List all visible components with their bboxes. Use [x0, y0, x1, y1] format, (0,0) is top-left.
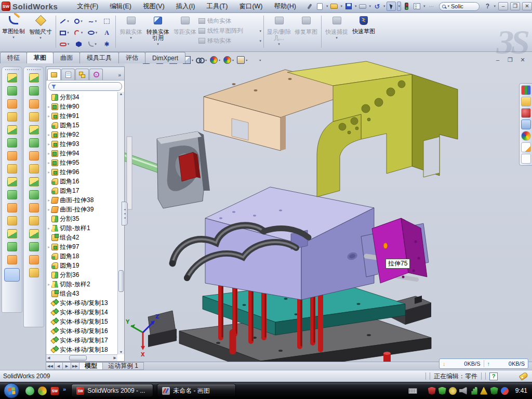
tab-scroll-right-icon[interactable]: ▶ [62, 362, 71, 370]
point-tool[interactable]: ✱ [100, 38, 114, 50]
graphics-viewport[interactable]: Y Z X ▾ ▾ [125, 52, 532, 362]
surface-tool-icon[interactable] [29, 177, 39, 187]
feature-tree-item[interactable]: ▸ 分割34 [46, 92, 117, 102]
save-dropdown[interactable]: ▾ [354, 4, 357, 8]
feature-tree-item[interactable]: ▸ 圆角15 [46, 121, 117, 130]
quicklaunch-launcher-icon[interactable] [38, 387, 47, 395]
tab-featuremanager-tree[interactable] [47, 69, 61, 80]
print-button[interactable] [358, 2, 367, 11]
rectangle-tool[interactable]: ▾ [58, 27, 72, 38]
feature-tool-icon[interactable] [7, 99, 17, 109]
selection-marquee-tool[interactable] [100, 16, 114, 27]
new-file-button[interactable] [315, 2, 325, 11]
scroll-up-icon[interactable]: ▲ [119, 92, 123, 96]
task-pane-tab[interactable] [521, 108, 531, 118]
quick-snaps-button[interactable]: 快速捕捉▾ [323, 13, 350, 41]
ribbon-tab[interactable]: 模具工具 [79, 52, 119, 63]
task-pane-tab[interactable] [521, 142, 531, 152]
security-shield-icon[interactable] [438, 387, 446, 395]
feature-tool-icon[interactable] [7, 112, 17, 122]
expander-arrow-icon[interactable]: ▸ [46, 245, 51, 249]
start-button[interactable] [4, 383, 19, 398]
overflow-icon[interactable]: ⋯ [427, 2, 436, 11]
task-pane-tab[interactable] [521, 119, 531, 129]
certificate-badge-icon[interactable] [449, 387, 457, 395]
circle-tool[interactable]: ▾ [72, 16, 86, 27]
sketch-button[interactable]: 草图绘制▾ [0, 13, 27, 41]
feature-tree-item[interactable]: ▸ 实体-移动/复制15 [46, 317, 117, 326]
surface-tool-icon[interactable] [29, 190, 39, 200]
view-tool-button[interactable]: ▾ [223, 56, 235, 64]
surface-tool-icon[interactable] [29, 99, 39, 109]
feature-tool-icon[interactable] [7, 138, 17, 148]
expander-arrow-icon[interactable]: ▸ [46, 104, 51, 109]
quicklaunch-chevron-icon[interactable]: » [63, 386, 66, 392]
surface-tool-icon[interactable] [29, 216, 39, 225]
tree-horizontal-scrollbar[interactable]: ◀ ▶ [46, 354, 117, 361]
feature-tree-item[interactable]: ▸ 拉伸93 [46, 139, 117, 149]
feature-tree-item[interactable]: ▸ 圆角17 [46, 186, 117, 195]
open-file-button[interactable] [329, 2, 339, 11]
help-button[interactable]: ? [483, 2, 492, 11]
offset-entities-button[interactable]: 等距实体 [171, 13, 198, 35]
feature-tree-item[interactable]: ▸ 曲面-拉伸38 [46, 195, 117, 205]
tab-scroll-left-icon[interactable]: ◀ [54, 362, 63, 370]
surface-tool-icon[interactable] [29, 151, 39, 161]
antivirus-shield-icon[interactable] [428, 387, 436, 395]
status-help-button[interactable]: ? [489, 373, 498, 380]
surface-tool-icon[interactable] [29, 203, 39, 212]
feature-tool-icon[interactable] [7, 177, 17, 187]
trim-entities-button[interactable]: 剪裁实体▾ [117, 13, 144, 41]
feature-tool-icon[interactable] [7, 86, 17, 96]
open-dropdown[interactable]: ▾ [340, 4, 343, 8]
menu-item[interactable]: 窗口(W) [233, 1, 268, 12]
tab-scroll-last-icon[interactable]: ▶▶ [71, 362, 79, 370]
move-entities-button[interactable]: 移动实体▾ [198, 36, 262, 46]
expander-arrow-icon[interactable]: ▸ [46, 282, 51, 287]
surface-tool-icon[interactable] [29, 229, 39, 238]
options-dropdown[interactable]: ▾ [423, 4, 426, 8]
feature-tool-icon[interactable] [7, 190, 17, 200]
feature-tree-item[interactable]: ▸ 拉伸91 [46, 111, 117, 121]
feature-tree-item[interactable]: ▸ 切除-放样1 [46, 223, 117, 233]
view-tool-button[interactable]: ▾ [236, 56, 248, 64]
feature-tree-item[interactable]: ▸ 组合42 [46, 233, 117, 242]
ellipse-tool[interactable]: ▾ [86, 27, 100, 38]
surface-tool-icon[interactable] [29, 125, 39, 135]
task-pane-tab[interactable] [521, 154, 531, 164]
task-button-paint[interactable]: 未命名 - 画图 [157, 384, 236, 397]
surface-tool-icon[interactable] [29, 86, 39, 96]
polygon-tool[interactable] [72, 38, 86, 50]
scroll-left-icon[interactable]: ◀ [47, 356, 50, 360]
feature-tree-item[interactable]: ▸ 拉伸94 [46, 149, 117, 158]
network-warning-icon[interactable] [480, 387, 488, 395]
spline-tool[interactable]: ∼▾ [86, 16, 100, 27]
mirror-entities-button[interactable]: 镜向实体 [198, 16, 262, 26]
vertical-scroll-thumb[interactable] [118, 270, 124, 292]
feature-tree-item[interactable]: ▸ 分割35 [46, 214, 117, 223]
panel-splitter-handle[interactable]: ◂◂◂ [122, 202, 128, 225]
close-button[interactable]: ✕ [522, 2, 532, 10]
surface-tool-icon[interactable] [29, 73, 39, 83]
feature-tree-item[interactable]: ▸ 圆角19 [46, 261, 117, 270]
tab-dimxpertmanager[interactable] [89, 69, 103, 80]
select-dropdown[interactable]: ▾ [397, 2, 401, 11]
tag-icon[interactable] [519, 371, 529, 380]
surface-tool-icon[interactable] [29, 112, 39, 122]
tab-scroll-first-icon[interactable]: ◀◀ [46, 362, 55, 370]
quicklaunch-solidworks-icon[interactable]: SW [50, 387, 59, 395]
feature-tool-icon[interactable] [7, 216, 17, 225]
feature-tool-icon[interactable] [7, 125, 17, 135]
view-tool-button[interactable]: ▾ [196, 56, 208, 64]
convert-entities-button[interactable]: 转换实体引用▾ [144, 13, 171, 47]
expander-arrow-icon[interactable]: ▸ [46, 142, 51, 147]
feature-tool-icon[interactable] [7, 229, 17, 238]
task-pane-tab[interactable] [521, 97, 531, 107]
panel-overflow-chevron-icon[interactable]: » [118, 72, 123, 80]
sync-status-icon[interactable] [501, 387, 509, 395]
feature-tree-item[interactable]: ▸ 圆角16 [46, 177, 117, 186]
feature-tree-item[interactable]: ▸ 实体-移动/复制17 [46, 336, 117, 345]
feature-tree-item[interactable]: ▸ 实体-移动/复制16 [46, 326, 117, 336]
linear-sketch-pattern-button[interactable]: 线性草图阵列▾ [198, 26, 262, 36]
search-input[interactable]: Solic [451, 3, 463, 9]
